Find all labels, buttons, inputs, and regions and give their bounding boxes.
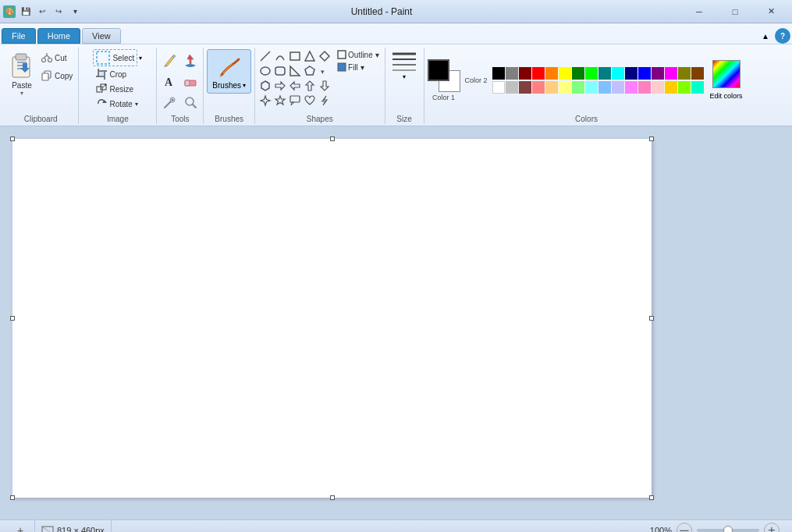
zoom-out-button[interactable]: ─ <box>677 523 692 533</box>
fill-shape-button[interactable]: Fill ▾ <box>335 62 381 73</box>
outline-button[interactable]: Outline ▾ <box>335 49 381 60</box>
minimize-button[interactable]: ─ <box>681 0 717 23</box>
resize-button[interactable]: Resize <box>93 82 137 96</box>
close-button[interactable]: ✕ <box>753 0 789 23</box>
zoom-in-button[interactable]: + <box>764 523 780 533</box>
color-rose[interactable] <box>638 81 651 94</box>
color-blue[interactable] <box>638 67 651 80</box>
eraser-button[interactable] <box>181 72 200 90</box>
zoom-slider[interactable] <box>697 529 759 532</box>
text-button[interactable]: A <box>161 72 179 90</box>
color-gold[interactable] <box>665 81 677 94</box>
right-triangle-shape[interactable] <box>288 64 302 78</box>
select-button[interactable]: Select <box>93 49 137 66</box>
color-dgray[interactable] <box>506 67 518 80</box>
cut-button[interactable]: Cut <box>39 49 75 66</box>
color-lgray[interactable] <box>506 81 518 94</box>
canvas-area[interactable] <box>0 126 792 520</box>
color-ltyellow[interactable] <box>559 81 571 94</box>
color-black[interactable] <box>492 67 505 80</box>
zoom-thumb[interactable] <box>723 526 733 533</box>
color-olive[interactable] <box>678 67 691 80</box>
resize-handle-top-right[interactable] <box>649 137 654 141</box>
color-lime[interactable] <box>585 67 598 80</box>
color-ltgreen[interactable] <box>572 81 584 94</box>
color-ltblue[interactable] <box>598 81 611 94</box>
spectrum-swatch[interactable] <box>712 60 741 88</box>
rotate-button[interactable]: Rotate ▾ <box>93 97 140 111</box>
resize-handle-top-left[interactable] <box>10 137 15 141</box>
lightning-shape[interactable] <box>318 94 332 108</box>
select-dropdown[interactable]: ▾ <box>139 55 142 62</box>
color-yellow[interactable] <box>559 67 571 80</box>
heart-shape[interactable] <box>303 94 317 108</box>
fill-button[interactable] <box>181 51 200 69</box>
shapes-more-btn[interactable]: ▾ <box>318 64 332 78</box>
tab-file[interactable]: File <box>2 28 36 44</box>
help-button[interactable]: ? <box>775 28 790 44</box>
paint-canvas[interactable] <box>12 139 652 498</box>
resize-handle-bottom-right[interactable] <box>649 495 654 500</box>
resize-handle-bottom-center[interactable] <box>330 495 335 500</box>
color-yellow-green[interactable] <box>678 81 691 94</box>
color-magenta[interactable] <box>665 67 677 80</box>
triangle-shape[interactable] <box>303 49 317 63</box>
diamond-shape[interactable] <box>318 49 332 63</box>
star5-shape[interactable] <box>273 94 287 108</box>
redo-quick-btn[interactable]: ↪ <box>51 5 66 19</box>
dropdown-quick-btn[interactable]: ▾ <box>68 5 82 19</box>
undo-quick-btn[interactable]: ↩ <box>35 5 49 19</box>
ellipse-shape[interactable] <box>258 64 272 78</box>
color-dpurple[interactable] <box>652 67 664 80</box>
size-button[interactable]: ▾ <box>389 49 420 83</box>
color-pink[interactable] <box>532 81 545 94</box>
brushes-button[interactable]: Brushes ▾ <box>207 49 251 94</box>
pencil-button[interactable] <box>161 51 179 69</box>
rounded-rect-shape[interactable] <box>273 64 287 78</box>
color-dusty-red[interactable] <box>519 81 531 94</box>
color-teal-light[interactable] <box>691 81 704 94</box>
resize-handle-top-center[interactable] <box>330 137 335 141</box>
line-shape[interactable] <box>258 49 272 63</box>
color-dgreen[interactable] <box>572 67 584 80</box>
edit-colors-button[interactable]: Edit colors <box>707 90 746 101</box>
ribbon-collapse-button[interactable]: ▲ <box>758 28 773 44</box>
add-button[interactable]: + <box>12 523 28 533</box>
color-ltcyan[interactable] <box>585 81 598 94</box>
resize-handle-middle-left[interactable] <box>10 316 15 321</box>
save-quick-btn[interactable]: 💾 <box>19 5 33 19</box>
color-dblue[interactable] <box>625 67 638 80</box>
maximize-button[interactable]: □ <box>717 0 753 23</box>
color-red[interactable] <box>532 67 545 80</box>
color-orange[interactable] <box>545 67 558 80</box>
callout-shape[interactable] <box>288 94 302 108</box>
color-darkred[interactable] <box>519 67 531 80</box>
color-brown[interactable] <box>691 67 704 80</box>
arrow-left-shape[interactable] <box>288 79 302 93</box>
magnifier-button[interactable] <box>181 93 200 112</box>
color-white[interactable] <box>492 81 505 94</box>
hexagon-shape[interactable] <box>258 79 272 93</box>
resize-handle-bottom-left[interactable] <box>10 495 15 500</box>
arrow-down-shape[interactable] <box>318 79 332 93</box>
rectangle-shape[interactable] <box>288 49 302 63</box>
color-cyan[interactable] <box>612 67 624 80</box>
color-lavender[interactable] <box>612 81 624 94</box>
pentagon-shape[interactable] <box>303 64 317 78</box>
crop-button[interactable]: Crop <box>93 67 130 81</box>
color-dteal[interactable] <box>598 67 611 80</box>
color-peach[interactable] <box>545 81 558 94</box>
color-picker-button[interactable] <box>161 93 179 112</box>
resize-handle-middle-right[interactable] <box>649 316 654 321</box>
color-violet[interactable] <box>625 81 638 94</box>
arrow-right-shape[interactable] <box>273 79 287 93</box>
color1-swatch[interactable] <box>428 59 449 81</box>
star4-shape[interactable] <box>258 94 272 108</box>
tab-home[interactable]: Home <box>37 28 80 44</box>
paste-dropdown[interactable]: ▾ <box>20 90 23 97</box>
paste-button[interactable]: Paste ▾ <box>6 49 37 98</box>
size-dropdown[interactable]: ▾ <box>403 73 406 80</box>
copy-button[interactable]: Copy <box>39 67 75 84</box>
color-cream[interactable] <box>652 81 664 94</box>
curve-shape[interactable] <box>273 49 287 63</box>
